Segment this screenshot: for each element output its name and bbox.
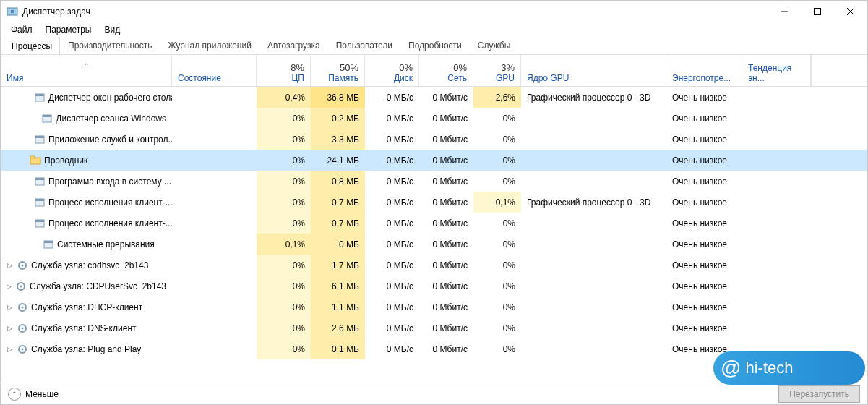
col-net[interactable]: 0%Сеть — [419, 55, 473, 86]
expand-icon[interactable]: ▷ — [5, 261, 14, 270]
process-row[interactable]: ▷Служба узла: DNS-клиент0%2,6 МБ0 МБ/с0 … — [1, 317, 867, 338]
titlebar[interactable]: Диспетчер задач — [1, 1, 867, 22]
power-cell: Очень низкое — [666, 108, 742, 129]
svg-point-29 — [22, 327, 24, 329]
mem-cell: 0,2 МБ — [311, 108, 365, 129]
process-row[interactable]: Проводник0%24,1 МБ0 МБ/с0 Мбит/с0%Очень … — [1, 150, 867, 171]
menu-options[interactable]: Параметры — [40, 23, 98, 36]
tab-app-history[interactable]: Журнал приложений — [160, 37, 259, 54]
mem-cell: 0 МБ — [311, 234, 365, 255]
net-cell: 0 Мбит/с — [419, 317, 473, 338]
trend-cell — [742, 150, 811, 171]
chevron-up-icon: ⌃ — [8, 388, 21, 401]
process-row[interactable]: Процесс исполнения клиент-...0%0,7 МБ0 М… — [1, 213, 867, 234]
menubar: Файл Параметры Вид — [1, 22, 867, 37]
cpu-cell: 0,1% — [257, 234, 311, 255]
power-cell: Очень низкое — [666, 255, 742, 276]
expand-icon[interactable]: ▷ — [5, 345, 14, 354]
process-icon — [34, 218, 46, 229]
col-power[interactable]: Энергопотре... — [666, 55, 742, 86]
tab-startup[interactable]: Автозагрузка — [259, 37, 328, 54]
power-cell: Очень низкое — [666, 192, 742, 213]
process-row[interactable]: Диспетчер окон рабочего стола0,4%36,8 МБ… — [1, 87, 867, 108]
svg-point-27 — [22, 306, 24, 308]
trend-cell — [742, 171, 811, 192]
col-status[interactable]: Состояние — [172, 55, 257, 86]
window-title: Диспетчер задач — [22, 7, 90, 17]
cpu-cell: 0% — [257, 129, 311, 150]
cpu-cell: 0,4% — [257, 87, 311, 108]
tab-processes[interactable]: Процессы — [4, 38, 60, 54]
process-grid: ⌃ Имя Состояние 8%ЦП 50%Память 0%Диск 0%… — [1, 54, 867, 383]
process-name: Программа входа в систему ... — [48, 176, 171, 187]
disk-cell: 0 МБ/с — [365, 276, 419, 297]
process-row[interactable]: Системные прерывания0,1%0 МБ0 МБ/с0 Мбит… — [1, 234, 867, 255]
process-row[interactable]: Процесс исполнения клиент-...0%0,7 МБ0 М… — [1, 192, 867, 213]
mem-cell: 0,7 МБ — [311, 213, 365, 234]
svg-rect-9 — [43, 115, 51, 117]
process-icon — [17, 323, 28, 334]
col-disk[interactable]: 0%Диск — [365, 55, 419, 86]
minimize-button[interactable] — [768, 1, 801, 22]
process-row[interactable]: ▷Служба узла: CDPUserSvc_2b1430%6,1 МБ0 … — [1, 276, 867, 297]
mem-cell: 0,8 МБ — [311, 171, 365, 192]
restart-button[interactable]: Перезапустить — [778, 385, 860, 403]
process-icon — [34, 197, 46, 208]
process-row[interactable]: Диспетчер сеанса Windows0%0,2 МБ0 МБ/с0 … — [1, 108, 867, 129]
net-cell: 0 Мбит/с — [419, 192, 473, 213]
col-mem[interactable]: 50%Память — [311, 55, 365, 86]
process-icon — [15, 281, 27, 292]
expand-icon[interactable]: ▷ — [5, 282, 12, 291]
col-gpu[interactable]: 3%GPU — [473, 55, 521, 86]
process-row[interactable]: Приложение служб и контрол...0%3,3 МБ0 М… — [1, 129, 867, 150]
fewer-details-button[interactable]: ⌃ Меньше — [8, 388, 59, 401]
disk-cell: 0 МБ/с — [365, 213, 419, 234]
net-cell: 0 Мбит/с — [419, 234, 473, 255]
maximize-button[interactable] — [801, 1, 834, 22]
menu-view[interactable]: Вид — [98, 23, 126, 36]
power-cell: Очень низкое — [666, 276, 742, 297]
cpu-cell: 0% — [257, 297, 311, 317]
status-cell — [172, 192, 257, 213]
process-name: Процесс исполнения клиент-... — [48, 197, 172, 208]
expand-icon[interactable]: ▷ — [5, 303, 14, 312]
close-button[interactable] — [834, 1, 867, 22]
gpu-cell: 0,1% — [473, 192, 521, 213]
process-icon — [34, 92, 46, 103]
process-name: Процесс исполнения клиент-... — [48, 218, 172, 229]
col-gpu-core[interactable]: Ядро GPU — [521, 55, 666, 86]
menu-file[interactable]: Файл — [5, 23, 38, 36]
tab-services[interactable]: Службы — [470, 37, 518, 54]
tab-performance[interactable]: Производительность — [60, 37, 160, 54]
trend-cell — [742, 317, 811, 338]
status-cell — [172, 234, 257, 255]
process-row[interactable]: ▷Служба узла: cbdhsvc_2b1430%1,7 МБ0 МБ/… — [1, 255, 867, 276]
svg-rect-15 — [35, 178, 44, 180]
gpu-core-cell: Графический процессор 0 - 3D — [521, 87, 666, 108]
expand-icon[interactable]: ▷ — [5, 324, 14, 333]
gpu-core-cell: Графический процессор 0 - 3D — [521, 192, 666, 213]
cpu-cell: 0% — [257, 213, 311, 234]
status-cell — [172, 108, 257, 129]
mem-cell: 36,8 МБ — [311, 87, 365, 108]
col-name[interactable]: ⌃ Имя — [1, 55, 172, 86]
disk-cell: 0 МБ/с — [365, 87, 419, 108]
process-name: Диспетчер сеанса Windows — [56, 114, 166, 124]
tab-users[interactable]: Пользователи — [328, 37, 400, 54]
statusbar: ⌃ Меньше Перезапустить — [1, 383, 867, 404]
svg-rect-3 — [815, 9, 821, 15]
trend-cell — [742, 129, 811, 150]
gpu-cell: 0% — [473, 213, 521, 234]
disk-cell: 0 МБ/с — [365, 297, 419, 317]
process-row[interactable]: Программа входа в систему ...0%0,8 МБ0 М… — [1, 171, 867, 192]
app-icon — [7, 6, 18, 17]
tab-details[interactable]: Подробности — [400, 37, 470, 54]
mem-cell: 1,7 МБ — [311, 255, 365, 276]
col-cpu[interactable]: 8%ЦП — [257, 55, 311, 86]
process-row[interactable]: ▷Служба узла: DHCP-клиент0%1,1 МБ0 МБ/с0… — [1, 297, 867, 317]
status-cell — [172, 276, 257, 297]
cpu-cell: 0% — [257, 150, 311, 171]
col-trend[interactable]: Тенденция эн... — [742, 55, 811, 86]
process-list[interactable]: Диспетчер окон рабочего стола0,4%36,8 МБ… — [1, 87, 867, 383]
process-icon — [41, 113, 53, 124]
